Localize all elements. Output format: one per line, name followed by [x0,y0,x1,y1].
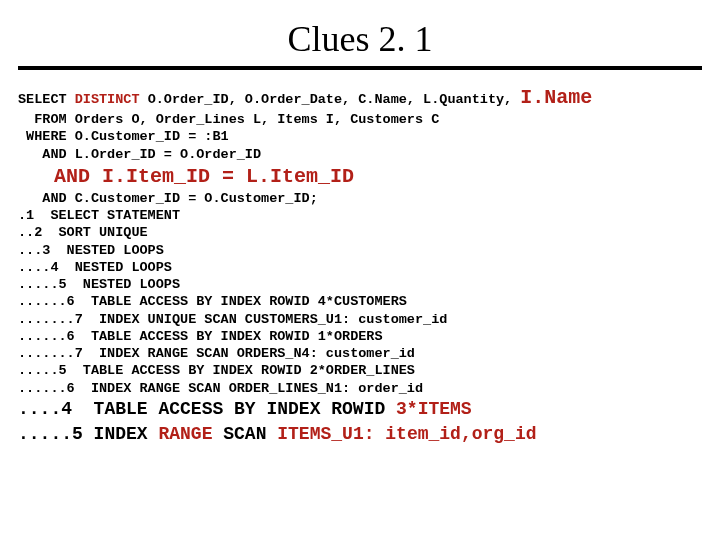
hl1-object: 3*ITEMS [396,399,472,419]
col-iname: I.Name [520,86,592,109]
slide: Clues 2. 1 SELECT DISTINCT O.Order_ID, O… [0,0,720,540]
hl2-scan: SCAN [212,424,277,444]
sql-line-5-highlight: AND I.Item_ID = L.Item_ID [18,165,354,188]
kw-distinct: DISTINCT [75,92,140,107]
hl2-index: ITEMS_U1: item_id,org_id [277,424,536,444]
sql-block: SELECT DISTINCT O.Order_ID, O.Order_Date… [18,84,702,447]
plan-line-1: .1 SELECT STATEMENT [18,208,180,223]
plan-line-3: ...3 NESTED LOOPS [18,243,164,258]
sql-line-4: AND L.Order_ID = O.Order_ID [18,147,261,162]
plan-line-8: ......6 TABLE ACCESS BY INDEX ROWID 1*OR… [18,329,383,344]
sql-line-1: SELECT DISTINCT O.Order_ID, O.Order_Date… [18,92,592,107]
plan-line-9: .......7 INDEX RANGE SCAN ORDERS_N4: cus… [18,346,415,361]
kw-select: SELECT [18,92,75,107]
sql-line-3: WHERE O.Customer_ID = :B1 [18,129,229,144]
plan-highlight-1: ....4 TABLE ACCESS BY INDEX ROWID 3*ITEM… [18,399,472,419]
hl1-prefix: ....4 TABLE ACCESS BY INDEX ROWID [18,399,396,419]
plan-line-0: AND C.Customer_ID = O.Customer_ID; [18,191,318,206]
plan-line-2: ..2 SORT UNIQUE [18,225,148,240]
plan-line-4: ....4 NESTED LOOPS [18,260,172,275]
title-rule [18,66,702,70]
plan-line-6: ......6 TABLE ACCESS BY INDEX ROWID 4*CU… [18,294,407,309]
plan-line-5: .....5 NESTED LOOPS [18,277,180,292]
hl2-range: RANGE [158,424,212,444]
plan-line-7: .......7 INDEX UNIQUE SCAN CUSTOMERS_U1:… [18,312,447,327]
sql-l1-body: O.Order_ID, O.Order_Date, C.Name, L.Quan… [140,92,521,107]
plan-line-10: .....5 TABLE ACCESS BY INDEX ROWID 2*ORD… [18,363,415,378]
plan-highlight-2: .....5 INDEX RANGE SCAN ITEMS_U1: item_i… [18,424,537,444]
slide-title: Clues 2. 1 [18,18,702,60]
hl2-prefix: .....5 INDEX [18,424,158,444]
plan-line-11: ......6 INDEX RANGE SCAN ORDER_LINES_N1:… [18,381,423,396]
sql-line-2: FROM Orders O, Order_Lines L, Items I, C… [18,112,439,127]
